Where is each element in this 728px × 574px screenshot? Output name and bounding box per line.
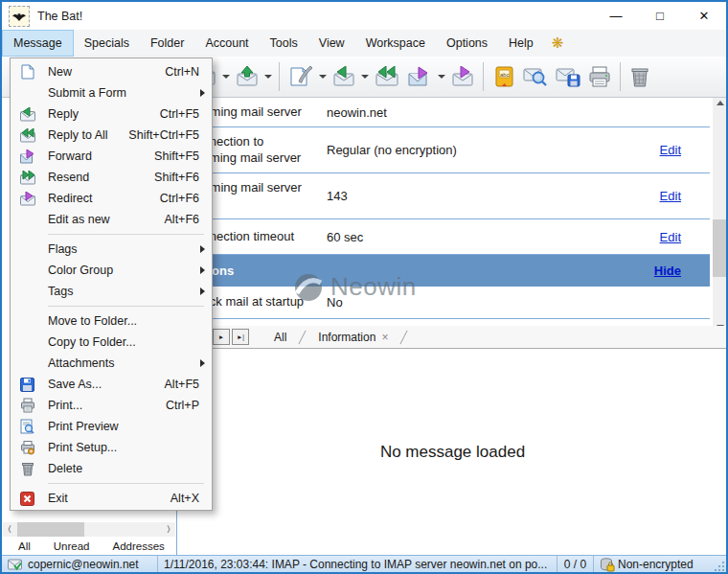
menu-item-reply[interactable]: Reply Ctrl+F5: [11, 103, 212, 125]
tab-nav-next-icon[interactable]: ►: [213, 329, 230, 345]
app-bat-icon: [9, 6, 30, 27]
menu-item-exit[interactable]: Exit Alt+X: [11, 488, 212, 509]
maximize-button[interactable]: □: [638, 2, 682, 30]
tab-addresses[interactable]: Addresses: [107, 540, 171, 553]
menu-item-save-as[interactable]: Save As... Alt+F5: [11, 374, 212, 395]
edit-link[interactable]: Edit: [660, 230, 681, 244]
menubar-item-workspace[interactable]: Workspace: [355, 30, 436, 57]
toolbar-separator: [620, 62, 621, 91]
close-button[interactable]: ✕: [682, 2, 726, 30]
reply-icon: [18, 106, 36, 123]
status-counter-segment: 0 / 0: [557, 556, 594, 573]
tab-nav-last-icon[interactable]: ►|: [232, 329, 249, 345]
setting-value: 143: [327, 189, 348, 203]
close-tab-icon[interactable]: ×: [381, 331, 388, 344]
hscroll-thumb[interactable]: [17, 522, 84, 537]
reply-dropdown-icon[interactable]: [359, 59, 371, 94]
menu-item-redirect[interactable]: Redirect Ctrl+F6: [11, 188, 212, 209]
menu-item-resend[interactable]: Resend Shift+F6: [11, 167, 212, 188]
empty-icon-slot: [18, 356, 36, 372]
menu-item-label: Color Group: [48, 264, 113, 277]
options-section-header: Options Hide: [177, 255, 710, 287]
edit-link[interactable]: Edit: [660, 189, 681, 203]
menubar-item-account[interactable]: Account: [194, 30, 259, 57]
menubar-item-tools[interactable]: Tools: [260, 30, 308, 57]
save-message-icon[interactable]: [552, 59, 584, 94]
menu-separator: [11, 479, 212, 488]
search-icon[interactable]: [519, 59, 552, 94]
forward-dropdown-icon[interactable]: [436, 59, 447, 94]
menu-item-flags[interactable]: Flags: [11, 239, 212, 260]
reply-to-all-icon[interactable]: [371, 59, 403, 94]
new-message-icon[interactable]: [284, 59, 317, 94]
menu-item-color-group[interactable]: Color Group: [11, 260, 212, 281]
menubar-item-options[interactable]: Options: [436, 30, 498, 57]
menu-item-reply-to-all[interactable]: Reply to All Shift+Ctrl+F5: [11, 125, 212, 146]
redirect-icon[interactable]: [447, 59, 478, 94]
the-bat-window: The Bat! — □ ✕ Message Specials Folder A…: [0, 0, 728, 574]
menubar-gear-icon[interactable]: ❋: [544, 30, 572, 57]
hide-link[interactable]: Hide: [654, 264, 681, 278]
forward-icon[interactable]: [403, 59, 436, 94]
tab-information[interactable]: Information ×: [308, 329, 398, 346]
status-account-segment[interactable]: copernic@neowin.net: [2, 556, 158, 573]
menu-item-label: Copy to Folder...: [48, 335, 136, 349]
setting-row-port: Incoming mail server port 143 Edit: [177, 173, 710, 219]
menubar-item-message[interactable]: Message: [2, 30, 74, 57]
folder-panel-hscrollbar[interactable]: 〈 〉: [3, 522, 175, 537]
menubar-item-folder[interactable]: Folder: [140, 30, 194, 57]
menu-item-print-setup[interactable]: Print Setup...: [11, 437, 212, 458]
menu-item-label: Redirect: [48, 192, 93, 205]
setting-row-timeout: Connection timeout 60 sec Edit: [177, 219, 710, 255]
get-mail-dropdown-icon[interactable]: [220, 59, 232, 94]
menu-item-edit-as-new[interactable]: Edit as new Alt+F6: [11, 209, 212, 230]
setting-value: neowin.net: [327, 105, 387, 120]
new-message-dropdown-icon[interactable]: [317, 59, 329, 94]
menu-item-submit-a-form[interactable]: Submit a Form: [11, 82, 212, 103]
menu-item-attachments[interactable]: Attachments: [11, 353, 212, 374]
empty-icon-slot: [18, 85, 36, 102]
menu-item-delete[interactable]: Delete: [11, 458, 212, 479]
scroll-up-icon[interactable]: [717, 101, 724, 105]
menu-item-new[interactable]: New Ctrl+N: [11, 61, 212, 82]
tab-divider: [400, 330, 408, 344]
print-icon[interactable]: [584, 59, 615, 94]
account-settings-pane: Incoming mail server neowin.net Connecti…: [177, 98, 710, 326]
reply-icon[interactable]: [329, 59, 359, 94]
tab-unread[interactable]: Unread: [48, 540, 96, 553]
scroll-left-icon[interactable]: 〈: [3, 524, 16, 535]
tab-all[interactable]: All: [264, 329, 296, 346]
menu-item-copy-to-folder[interactable]: Copy to Folder...: [11, 332, 212, 353]
menu-item-label: Exit: [48, 492, 68, 505]
menubar-item-specials[interactable]: Specials: [74, 30, 140, 57]
menu-item-shortcut: Ctrl+F5: [160, 107, 199, 121]
address-book-icon[interactable]: abc: [489, 59, 519, 94]
message-preview-pane: No message loaded: [177, 349, 728, 555]
menu-separator: [11, 302, 212, 310]
tab-all-messages[interactable]: All: [12, 540, 36, 553]
menu-item-move-to-folder[interactable]: Move to Folder...: [11, 310, 212, 332]
menu-item-label: Attachments: [48, 356, 114, 370]
send-mail-dropdown-icon[interactable]: [262, 59, 274, 94]
tab-label: All: [274, 331, 286, 344]
menu-item-tags[interactable]: Tags: [11, 281, 212, 302]
send-queued-mail-icon[interactable]: [232, 59, 262, 94]
scroll-right-icon[interactable]: 〉: [162, 524, 175, 535]
toolbar-separator: [279, 62, 280, 91]
edit-link[interactable]: Edit: [660, 143, 681, 157]
tab-divider: [38, 539, 45, 552]
setting-row-check-mail: Check mail at startup No: [177, 287, 710, 319]
settings-vscrollbar[interactable]: [713, 98, 728, 333]
menu-item-forward[interactable]: Forward Shift+F5: [11, 146, 212, 167]
minimize-button[interactable]: —: [594, 2, 638, 30]
menu-item-print-preview[interactable]: Print Preview: [11, 416, 212, 437]
menubar-item-help[interactable]: Help: [498, 30, 544, 57]
print-preview-icon: [18, 419, 36, 435]
menubar-item-view[interactable]: View: [308, 30, 355, 57]
status-encryption-segment: Non-encrypted: [594, 556, 726, 573]
vscroll-thumb[interactable]: [713, 219, 728, 277]
delete-icon[interactable]: [626, 59, 654, 94]
encryption-status: Non-encrypted: [618, 558, 694, 571]
menu-item-print[interactable]: Print... Ctrl+P: [11, 395, 212, 416]
resize-grip-icon[interactable]: [714, 561, 725, 572]
